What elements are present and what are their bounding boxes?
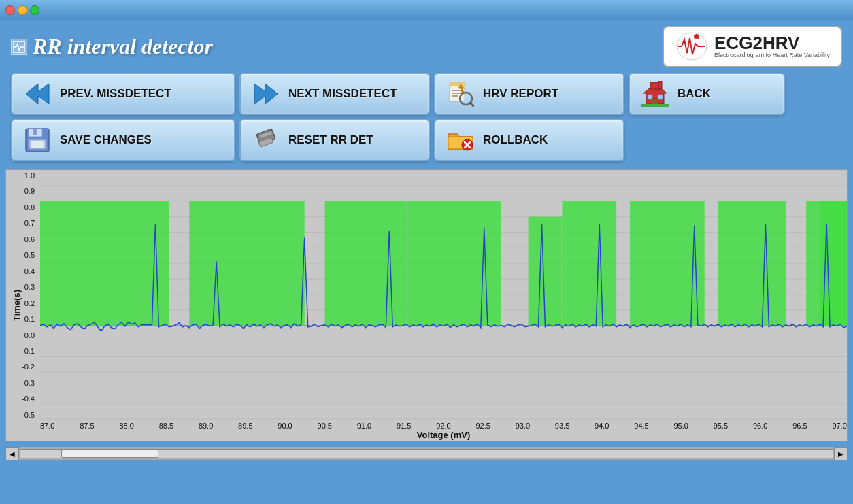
report-icon xyxy=(446,80,475,108)
svg-rect-19 xyxy=(648,95,652,99)
forward-icon xyxy=(252,80,280,108)
minimize-button[interactable] xyxy=(18,5,27,15)
reset-rr-det-button[interactable]: RESET RR DET xyxy=(239,119,430,161)
prev-missdetect-button[interactable]: PREV. MISSDETECT xyxy=(11,73,235,115)
svg-marker-6 xyxy=(254,84,278,104)
ecg-logo-text: ECG2HRV Electrocardiogram to Heart Rate … xyxy=(714,34,830,59)
window-controls xyxy=(5,5,39,15)
chart-container: 1.0 0.9 0.8 0.7 0.6 0.5 0.4 0.3 0.2 0.1 … xyxy=(5,169,848,441)
scrollbar[interactable]: ◀ ▶ xyxy=(5,447,848,460)
svg-point-13 xyxy=(462,95,470,103)
rollback-icon xyxy=(446,126,475,154)
back-button[interactable]: BACK xyxy=(629,73,785,115)
chart-svg[interactable] xyxy=(40,170,847,420)
svg-rect-22 xyxy=(641,104,669,107)
rollback-button[interactable]: ROLLBACK xyxy=(434,119,624,161)
svg-point-4 xyxy=(694,34,699,39)
svg-rect-21 xyxy=(658,81,662,89)
next-missdetect-button[interactable]: NEXT MISSDETECT xyxy=(239,73,430,115)
app-title: RR interval detector xyxy=(11,34,213,59)
svg-rect-18 xyxy=(652,99,658,104)
hrv-report-button[interactable]: HRV REPORT xyxy=(434,73,624,115)
x-axis-label: Voltage (mV) xyxy=(40,430,847,440)
y-axis-label: Time(s) xyxy=(12,290,22,321)
x-axis: 87.0 87.5 88.0 88.5 89.0 89.5 90.0 90.5 … xyxy=(40,420,847,441)
svg-rect-56 xyxy=(529,217,563,326)
scroll-left-button[interactable]: ◀ xyxy=(5,447,19,460)
maximize-button[interactable] xyxy=(30,5,39,15)
svg-rect-20 xyxy=(658,95,663,99)
svg-line-14 xyxy=(470,103,473,106)
svg-rect-52 xyxy=(40,201,169,326)
title-bar xyxy=(0,0,853,20)
svg-rect-59 xyxy=(718,201,786,326)
scroll-right-button[interactable]: ▶ xyxy=(834,447,848,460)
svg-rect-25 xyxy=(33,129,37,135)
ecg-logo-icon xyxy=(675,31,709,62)
scroll-track[interactable] xyxy=(20,449,833,458)
button-area: PREV. MISSDETECT NEXT MISSDETECT xyxy=(0,73,853,169)
ecg2hrv-logo: ECG2HRV Electrocardiogram to Heart Rate … xyxy=(663,26,842,67)
svg-rect-8 xyxy=(450,82,465,86)
back-icon xyxy=(641,80,669,108)
reset-icon xyxy=(252,126,280,154)
close-button[interactable] xyxy=(5,5,15,15)
svg-rect-27 xyxy=(31,141,44,148)
save-icon xyxy=(23,126,52,154)
app-logo-icon xyxy=(11,39,27,55)
save-changes-button[interactable]: SAVE CHANGES xyxy=(11,119,235,161)
scroll-thumb[interactable] xyxy=(61,450,158,458)
svg-marker-5 xyxy=(26,84,49,104)
svg-rect-57 xyxy=(562,201,616,326)
svg-rect-53 xyxy=(189,201,304,326)
header: RR interval detector ECG2HRV Electrocard… xyxy=(0,20,853,73)
svg-rect-54 xyxy=(325,201,407,326)
rewind-icon xyxy=(23,80,52,108)
